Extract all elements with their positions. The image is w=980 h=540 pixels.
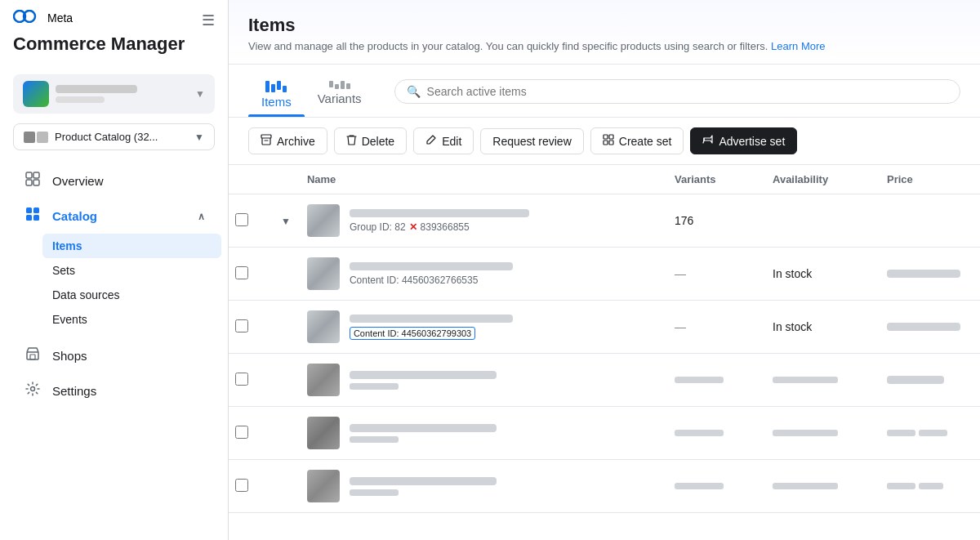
svg-rect-2: [26, 172, 32, 178]
row1-availability: [760, 194, 874, 248]
create-set-button[interactable]: Create set: [590, 127, 684, 154]
create-set-icon: [603, 134, 614, 148]
hamburger-button[interactable]: ☰: [202, 11, 215, 29]
sidebar-item-shops[interactable]: Shops: [7, 338, 221, 373]
sidebar-item-catalog[interactable]: Catalog ∧: [7, 199, 221, 234]
meta-label: Meta: [47, 11, 73, 25]
settings-icon: [23, 382, 42, 400]
advertise-set-label: Advertise set: [719, 135, 785, 148]
tab-items[interactable]: Items: [248, 74, 305, 117]
meta-logo: Meta: [13, 10, 73, 25]
row6-checkbox-cell: [229, 460, 261, 513]
row6-thumb-inner: [307, 470, 340, 502]
row1-name-cell: Group ID: 82✕839366855: [294, 194, 662, 248]
table-header-row: Name Variants Availability Price: [229, 165, 980, 194]
delete-button[interactable]: Delete: [334, 127, 407, 154]
content-id-badge: Content ID: 44560362799303: [350, 327, 475, 340]
row1-price: [874, 194, 980, 248]
row2-variants-dash: —: [675, 267, 686, 280]
sidebar-item-overview[interactable]: Overview: [7, 163, 221, 199]
row5-price: [874, 407, 980, 460]
row6-product-cell: [307, 470, 648, 502]
tabs-search-row: Items Variants 🔍: [229, 65, 980, 118]
row3-thumb-inner: [307, 310, 340, 343]
row4-checkbox[interactable]: [235, 373, 248, 386]
tab-icon-bar4: [283, 86, 287, 92]
request-review-button[interactable]: Request review: [480, 128, 584, 154]
th-select-all: [229, 165, 261, 194]
row3-price: [874, 301, 980, 354]
expand-icon[interactable]: ▼: [281, 216, 291, 227]
svg-rect-6: [26, 208, 32, 213]
archive-button[interactable]: Archive: [248, 127, 327, 154]
svg-rect-15: [609, 135, 613, 139]
account-name: [56, 85, 137, 93]
row1-expand[interactable]: ▼: [261, 194, 294, 248]
catalog-selector[interactable]: Product Catalog (32... ▼: [13, 123, 215, 150]
archive-icon: [261, 134, 272, 148]
row2-price: [874, 248, 980, 301]
svg-rect-7: [33, 208, 39, 213]
row2-variants: —: [662, 248, 760, 301]
th-expand: [261, 165, 294, 194]
row5-name-cell: [294, 407, 662, 460]
sidebar-item-data-sources[interactable]: Data sources: [42, 283, 221, 307]
row6-product-info: [350, 477, 497, 496]
sidebar-item-shops-label: Shops: [52, 349, 205, 363]
row2-checkbox-cell: [229, 248, 261, 301]
row4-product-cell: [307, 364, 648, 396]
advertise-set-button[interactable]: Advertise set: [690, 127, 797, 154]
sidebar-item-items[interactable]: Items: [42, 234, 221, 258]
var-bar4: [346, 83, 350, 89]
row6-variants-blur: [675, 483, 724, 489]
account-avatar: [23, 81, 49, 107]
var-bar3: [341, 81, 345, 89]
row6-price-container: [887, 483, 967, 489]
svg-rect-3: [33, 172, 39, 178]
svg-rect-8: [26, 215, 32, 221]
table-row: [229, 407, 980, 460]
learn-more-link[interactable]: Learn More: [771, 40, 825, 52]
row6-product-name: [350, 477, 497, 485]
app-title: Commerce Manager: [13, 33, 215, 55]
sidebar-item-events[interactable]: Events: [42, 307, 221, 332]
search-container: 🔍: [394, 79, 960, 104]
sidebar-item-settings[interactable]: Settings: [7, 373, 221, 408]
row4-checkbox-cell: [229, 354, 261, 407]
edit-label: Edit: [442, 135, 461, 148]
row6-checkbox[interactable]: [235, 479, 248, 492]
tab-variants[interactable]: Variants: [305, 74, 375, 117]
row4-variants: [662, 354, 760, 407]
row5-availability-blur: [773, 430, 838, 436]
search-input[interactable]: [427, 85, 948, 98]
catalog-icon: [24, 132, 48, 143]
row1-checkbox[interactable]: [235, 213, 248, 226]
row1-product-cell: Group ID: 82✕839366855: [307, 204, 648, 237]
row2-availability-status: In stock: [773, 267, 812, 280]
row5-checkbox[interactable]: [235, 426, 248, 439]
row6-price-blur2: [919, 483, 943, 489]
row5-variants: [662, 407, 760, 460]
svg-rect-11: [30, 355, 35, 359]
edit-button[interactable]: Edit: [413, 127, 474, 154]
account-selector[interactable]: ▼: [13, 74, 215, 114]
sidebar-item-sets[interactable]: Sets: [42, 258, 221, 283]
row3-checkbox-cell: [229, 301, 261, 354]
row4-thumbnail: [307, 364, 340, 396]
row4-availability: [760, 354, 874, 407]
row6-availability: [760, 460, 874, 513]
row3-variants-dash: —: [675, 320, 686, 333]
row1-variants-count: 176: [675, 214, 693, 227]
row4-variants-blur: [675, 377, 724, 383]
row5-price-blur1: [887, 430, 915, 436]
svg-rect-14: [604, 135, 608, 139]
search-icon: 🔍: [407, 85, 421, 98]
svg-rect-9: [33, 215, 39, 221]
row5-variants-blur: [675, 430, 724, 436]
row3-checkbox[interactable]: [235, 319, 248, 332]
row2-availability: In stock: [760, 248, 874, 301]
row2-checkbox[interactable]: [235, 266, 248, 279]
main-content: Items View and manage all the products i…: [229, 0, 980, 540]
row5-price-blur2: [919, 430, 947, 436]
row5-product-name: [350, 424, 497, 432]
